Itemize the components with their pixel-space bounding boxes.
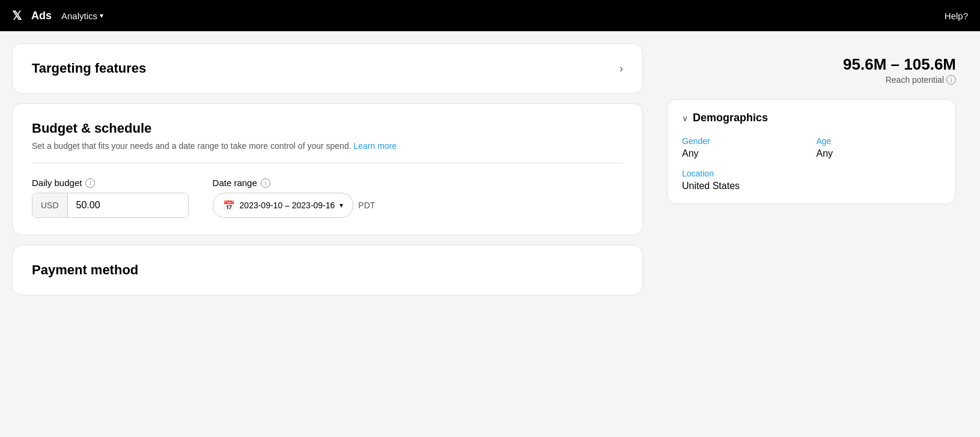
date-range-info-icon[interactable]: i bbox=[261, 178, 270, 188]
date-range-field: Date range i 📅 2023-09-10 – 2023-09-16 ▾… bbox=[213, 178, 376, 218]
budget-divider bbox=[32, 163, 623, 163]
date-range-wrapper: 📅 2023-09-10 – 2023-09-16 ▾ PDT bbox=[213, 193, 376, 218]
budget-amount-input[interactable] bbox=[68, 193, 188, 217]
timezone-label: PDT bbox=[358, 200, 375, 210]
demographics-title: Demographics bbox=[693, 112, 768, 124]
left-panel: Targeting features › Budget & schedule S… bbox=[12, 43, 643, 295]
budget-description: Set a budget that fits your needs and a … bbox=[32, 141, 623, 151]
chevron-down-icon: ▾ bbox=[100, 11, 103, 20]
analytics-label: Analytics bbox=[61, 11, 97, 21]
calendar-icon: 📅 bbox=[223, 200, 235, 211]
reach-label: Reach potential i bbox=[667, 75, 956, 85]
chevron-up-icon[interactable]: ∨ bbox=[682, 113, 688, 123]
reach-potential-section: 95.6M – 105.6M Reach potential i bbox=[667, 55, 956, 85]
targeting-title: Targeting features bbox=[32, 61, 146, 76]
gender-value: Any bbox=[682, 148, 807, 159]
reach-number: 95.6M – 105.6M bbox=[667, 55, 956, 74]
date-range-label: Date range i bbox=[213, 178, 376, 188]
demographics-grid: Gender Any Age Any Location United State… bbox=[682, 136, 941, 191]
budget-input-wrapper: USD bbox=[32, 193, 189, 218]
gender-item: Gender Any bbox=[682, 136, 807, 159]
payment-title: Payment method bbox=[32, 262, 623, 278]
age-label: Age bbox=[817, 136, 942, 146]
date-range-button[interactable]: 📅 2023-09-10 – 2023-09-16 ▾ bbox=[213, 193, 354, 218]
right-panel: 95.6M – 105.6M Reach potential i ∨ Demog… bbox=[655, 43, 968, 295]
top-navigation: 𝕏 Ads Analytics ▾ Help? bbox=[0, 0, 980, 31]
analytics-button[interactable]: Analytics ▾ bbox=[61, 11, 103, 21]
gender-label: Gender bbox=[682, 136, 807, 146]
daily-budget-info-icon[interactable]: i bbox=[85, 178, 95, 188]
budget-title: Budget & schedule bbox=[32, 121, 623, 136]
ads-label: Ads bbox=[31, 10, 52, 22]
targeting-features-card: Targeting features › bbox=[12, 43, 643, 94]
currency-badge: USD bbox=[32, 193, 68, 217]
location-value: United States bbox=[682, 181, 941, 191]
learn-more-link[interactable]: Learn more bbox=[353, 141, 397, 151]
reach-info-icon[interactable]: i bbox=[946, 75, 956, 85]
daily-budget-label: Daily budget i bbox=[32, 178, 189, 188]
daily-budget-field: Daily budget i USD bbox=[32, 178, 189, 218]
demographics-section: ∨ Demographics Gender Any Age Any Locati… bbox=[667, 99, 956, 204]
budget-fields: Daily budget i USD Date range i bbox=[32, 178, 623, 218]
date-range-value: 2023-09-10 – 2023-09-16 bbox=[240, 200, 335, 210]
help-button[interactable]: Help? bbox=[945, 11, 968, 21]
age-value: Any bbox=[817, 148, 942, 159]
location-item: Location United States bbox=[682, 169, 941, 191]
main-content: Targeting features › Budget & schedule S… bbox=[0, 31, 980, 307]
date-chevron-down-icon: ▾ bbox=[339, 201, 343, 209]
age-item: Age Any bbox=[817, 136, 942, 159]
payment-method-card: Payment method bbox=[12, 245, 643, 295]
topnav-left: 𝕏 Ads Analytics ▾ bbox=[12, 8, 103, 23]
budget-schedule-card: Budget & schedule Set a budget that fits… bbox=[12, 103, 643, 235]
chevron-right-icon[interactable]: › bbox=[619, 62, 623, 75]
demographics-header: ∨ Demographics bbox=[682, 112, 941, 124]
location-label: Location bbox=[682, 169, 941, 178]
x-logo: 𝕏 bbox=[12, 8, 22, 23]
